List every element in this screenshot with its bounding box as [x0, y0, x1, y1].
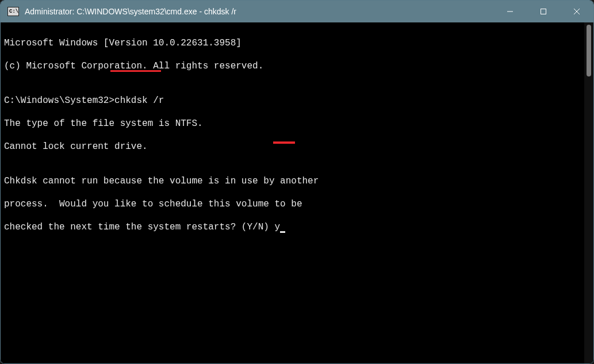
cmd-icon: C:\ [7, 7, 19, 16]
terminal-line: (c) Microsoft Corporation. All rights re… [4, 60, 584, 72]
cmd-icon-label: C:\ [9, 9, 18, 14]
command-prompt-window: C:\ Administrator: C:\WINDOWS\system32\c… [0, 0, 594, 364]
terminal-line: Chkdsk cannot run because the volume is … [4, 175, 584, 187]
annotation-underline-command [110, 70, 161, 72]
close-button[interactable] [560, 1, 593, 22]
prompt-prefix: C:\Windows\System32> [4, 95, 114, 106]
titlebar[interactable]: C:\ Administrator: C:\WINDOWS\system32\c… [1, 1, 593, 22]
window-controls [493, 1, 593, 22]
minimize-button[interactable] [493, 1, 527, 22]
terminal-line: Microsoft Windows [Version 10.0.22631.39… [4, 37, 584, 49]
prompt-command: chkdsk /r [114, 95, 164, 106]
maximize-button[interactable] [527, 1, 560, 22]
close-icon [573, 8, 580, 15]
vertical-scrollbar[interactable] [584, 22, 593, 363]
terminal-line: process. Would you like to schedule this… [4, 198, 584, 210]
text-cursor [280, 224, 285, 233]
terminal-input-line: checked the next time the system restart… [4, 221, 584, 233]
svg-rect-1 [541, 9, 546, 14]
terminal-input-char: y [274, 222, 280, 232]
scrollbar-thumb[interactable] [587, 25, 591, 76]
terminal-line: The type of the file system is NTFS. [4, 118, 584, 129]
terminal-output[interactable]: Microsoft Windows [Version 10.0.22631.39… [1, 22, 584, 363]
terminal-prompt-line: C:\Windows\System32>chkdsk /r [4, 95, 584, 106]
client-area: Microsoft Windows [Version 10.0.22631.39… [1, 22, 593, 363]
annotation-underline-answer [273, 141, 295, 144]
maximize-icon [540, 8, 547, 15]
terminal-question: checked the next time the system restart… [4, 222, 274, 232]
minimize-icon [507, 8, 513, 15]
window-title: Administrator: C:\WINDOWS\system32\cmd.e… [25, 7, 493, 16]
